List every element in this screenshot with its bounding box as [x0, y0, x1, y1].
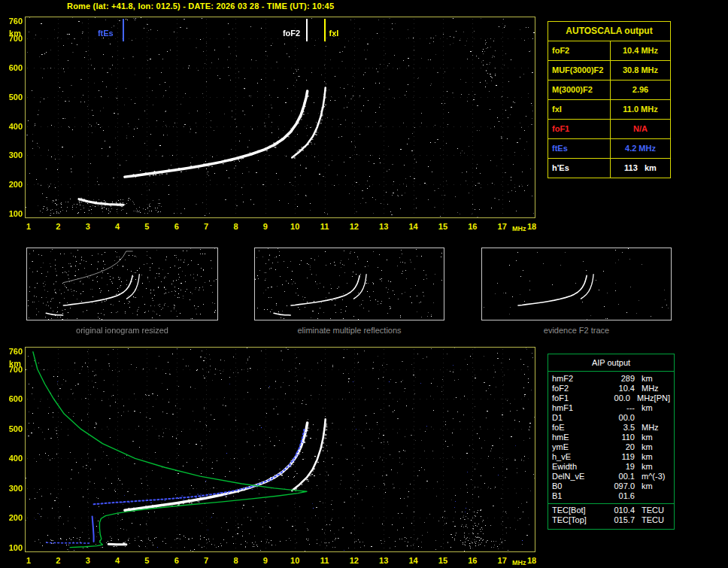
- marker-label-fxI: fxI: [329, 29, 339, 38]
- ionogram-canvas: [26, 17, 535, 217]
- y-tick-600: 600: [2, 394, 23, 403]
- aip-row-value: 20: [609, 442, 635, 452]
- x-tick-17: 17: [493, 222, 511, 231]
- aip-row-hmE: hmE110km: [548, 433, 674, 442]
- x-tick-1: 1: [20, 556, 38, 565]
- x-tick-10: 10: [286, 556, 304, 565]
- tec-row-value: 010.4: [609, 506, 635, 515]
- autoscala-row-fxI: fxI11.0 MHz: [548, 100, 670, 120]
- autoscala-row-foF2: foF210.4 MHz: [548, 41, 670, 61]
- aip-row-unit: km: [642, 374, 653, 384]
- x-tick-13: 13: [375, 556, 393, 565]
- autoscala-row-value: 11.0 MHz: [611, 100, 670, 119]
- tec-row-TEC[Top]: TEC[Top]015.7TECU: [548, 515, 674, 525]
- header-title: Rome (lat: +41.8, lon: 012.5) - DATE: 20…: [67, 2, 334, 11]
- x-tick-2: 2: [49, 222, 67, 231]
- aip-row-label: DelN_vE: [552, 472, 609, 481]
- x-axis-unit: MHz: [512, 559, 526, 566]
- y-axis-unit: km: [2, 29, 21, 38]
- autoscala-table-title: AUTOSCALA output: [548, 22, 670, 41]
- autoscala-row-value: 10.4 MHz: [611, 41, 670, 60]
- y-tick-760: 760: [2, 17, 23, 26]
- autoscala-row-foF1: foF1N/A: [548, 120, 670, 139]
- profile-panel: [25, 347, 535, 552]
- aip-row-value: 00.1: [609, 472, 635, 481]
- x-tick-10: 10: [286, 222, 304, 231]
- thumbnail-caption-2: eliminate multiple reflections: [254, 326, 444, 335]
- profile-canvas: [26, 348, 535, 551]
- marker-line-foF2: [306, 19, 308, 41]
- aip-row-label: foE: [552, 423, 609, 433]
- x-axis-unit: MHz: [512, 225, 526, 232]
- x-tick-5: 5: [138, 222, 156, 231]
- aip-output-table: AIP output hmF2289kmfoF210.4MHzfoF100.0M…: [548, 354, 675, 530]
- aip-row-value: 10.4: [609, 384, 635, 393]
- aip-row-unit: km: [642, 481, 653, 491]
- aip-row-label: Ewidth: [552, 462, 609, 472]
- aip-row-label: foF2: [552, 384, 609, 393]
- aip-row-B1: B101.6: [548, 491, 674, 501]
- x-tick-15: 15: [434, 222, 452, 231]
- aip-row-value: 119: [609, 452, 635, 462]
- autoscala-table-rows: foF210.4 MHzMUF(3000)F230.8 MHzM(3000)F2…: [548, 41, 670, 178]
- y-tick-600: 600: [2, 63, 23, 72]
- y-tick-300: 300: [2, 484, 23, 493]
- y-tick-200: 200: [2, 180, 23, 189]
- aip-table-title: AIP output: [548, 354, 674, 372]
- y-tick-500: 500: [2, 93, 23, 102]
- tec-row-unit: TECU: [642, 515, 664, 525]
- x-tick-6: 6: [168, 556, 186, 565]
- thumbnail-caption-1: original ionogram resized: [26, 326, 218, 335]
- aip-row-value: 289: [609, 374, 635, 384]
- aip-row-unit: km: [642, 433, 653, 442]
- ionogram-panel: ftEsfoF2fxI: [25, 17, 535, 218]
- aip-row-label: hmF2: [552, 374, 609, 384]
- x-tick-12: 12: [345, 222, 363, 231]
- tec-rows: TEC[Bot]010.4TECUTEC[Top]015.7TECU: [548, 506, 674, 525]
- x-tick-6: 6: [168, 222, 186, 231]
- aip-row-h_vE: h_vE119km: [548, 452, 674, 462]
- aip-row-label: ymE: [552, 442, 609, 452]
- x-tick-16: 16: [463, 556, 481, 565]
- aip-row-hmF1: hmF1---km: [548, 403, 674, 413]
- y-tick-400: 400: [2, 454, 23, 463]
- tec-row-TEC[Bot]: TEC[Bot]010.4TECU: [548, 506, 674, 515]
- y-tick-300: 300: [2, 150, 23, 159]
- x-tick-12: 12: [345, 556, 363, 565]
- aip-table-rows: hmF2289kmfoF210.4MHzfoF100.0MHz[PN]hmF1-…: [548, 374, 674, 501]
- x-tick-7: 7: [197, 556, 215, 565]
- x-tick-15: 15: [434, 556, 452, 565]
- aip-row-DelN_vE: DelN_vE00.1m^(-3): [548, 472, 674, 481]
- tec-row-label: TEC[Top]: [552, 515, 609, 525]
- aip-row-hmF2: hmF2289km: [548, 374, 674, 384]
- autoscala-row-MUF(3000)F2: MUF(3000)F230.8 MHz: [548, 61, 670, 80]
- autoscala-row-label: M(3000)F2: [548, 80, 611, 99]
- aip-row-foF1: foF100.0MHz[PN]: [548, 393, 674, 403]
- aip-row-unit: km: [642, 403, 653, 413]
- aip-row-B0: B0097.0km: [548, 481, 674, 491]
- aip-row-value: 110: [609, 433, 635, 442]
- aip-row-value: 00.0: [609, 413, 635, 423]
- marker-label-foF2: foF2: [283, 29, 300, 38]
- aip-row-unit: MHz: [642, 384, 659, 393]
- y-axis-unit: km: [2, 359, 21, 368]
- tec-row-unit: TECU: [642, 506, 664, 515]
- aip-row-value: 00.0: [606, 393, 630, 403]
- x-tick-4: 4: [108, 556, 126, 565]
- autoscala-row-ftEs: ftEs4.2 MHz: [548, 139, 670, 159]
- aip-row-label: hmF1: [552, 403, 609, 413]
- tec-row-value: 015.7: [609, 515, 635, 525]
- aip-row-label: D1: [552, 413, 609, 423]
- aip-row-unit: m^(-3): [642, 472, 665, 481]
- aip-row-label: B1: [552, 491, 609, 501]
- aip-row-note: [PN]: [654, 393, 670, 403]
- x-tick-8: 8: [226, 556, 244, 565]
- x-tick-14: 14: [405, 556, 423, 565]
- y-tick-400: 400: [2, 122, 23, 131]
- aip-row-unit: MHz: [637, 393, 654, 403]
- aip-row-label: B0: [552, 481, 609, 491]
- autoscala-row-value: N/A: [611, 120, 670, 138]
- thumbnail-canvas-1: [27, 248, 217, 320]
- autoscala-output-table: AUTOSCALA output foF210.4 MHzMUF(3000)F2…: [548, 21, 671, 178]
- aip-row-ymE: ymE20km: [548, 442, 674, 452]
